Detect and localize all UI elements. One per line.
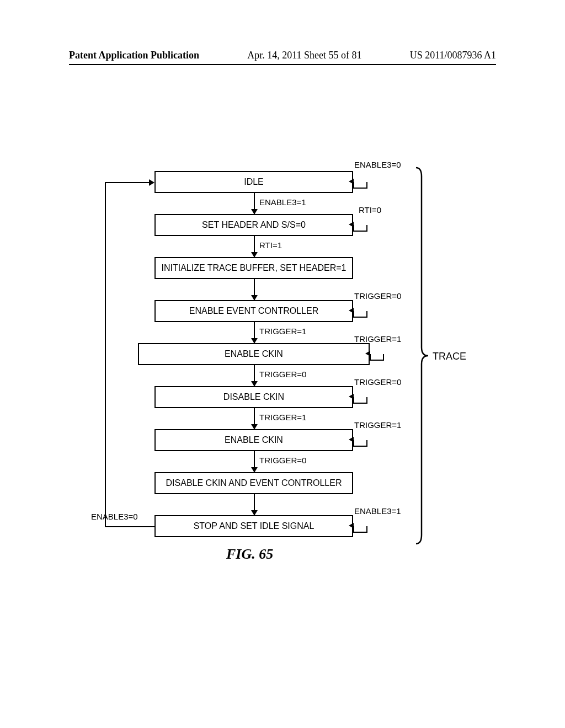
- box-enable-event-ctrl: ENABLE EVENT CONTROLLER: [154, 300, 353, 322]
- header-right: US 2011/0087936 A1: [410, 50, 496, 61]
- selfloop-label-enable-ckin-2: TRIGGER=1: [354, 420, 401, 430]
- arrow-label-6-7: TRIGGER=1: [259, 413, 306, 422]
- box-enable-ckin-2: ENABLE CKIN: [154, 429, 353, 451]
- page-header: Patent Application Publication Apr. 14, …: [69, 50, 496, 61]
- fb-arrowhead: [149, 179, 154, 186]
- header-mid: Apr. 14, 2011 Sheet 55 of 81: [247, 50, 361, 61]
- box-init-trace-buffer: INITIALIZE TRACE BUFFER, SET HEADER=1: [154, 257, 353, 279]
- fb-seg-1: [105, 526, 154, 527]
- box-set-header: SET HEADER AND S/S=0: [154, 214, 353, 236]
- selfloop-set-header: [353, 225, 367, 239]
- box-stop-idle: STOP AND SET IDLE SIGNAL: [154, 515, 353, 537]
- box-idle: IDLE: [154, 171, 353, 193]
- trace-brace-label: TRACE: [433, 351, 466, 362]
- arrow-label-7-8: TRIGGER=0: [259, 456, 306, 465]
- arrow-7-8: [254, 451, 255, 472]
- box-disable-ckin: DISABLE CKIN: [154, 386, 353, 408]
- arrow-8-9: [254, 494, 255, 515]
- selfloop-label-disable-ckin: TRIGGER=0: [354, 377, 401, 387]
- selfloop-idle: [353, 182, 367, 196]
- selfloop-label-enable-event-ctrl: TRIGGER=0: [354, 291, 401, 301]
- arrow-6-7: [254, 408, 255, 429]
- selfloop-label-idle: ENABLE3=0: [354, 160, 401, 169]
- header-left: Patent Application Publication: [69, 50, 199, 61]
- selfloop-enable-ckin-1: [370, 354, 384, 368]
- arrow-label-4-5: TRIGGER=1: [259, 326, 306, 336]
- arrow-4-5: [254, 322, 255, 343]
- selfloop-label-set-header: RTI=0: [359, 205, 381, 215]
- box-enable-ckin-1: ENABLE CKIN: [138, 343, 370, 365]
- selfloop-label-stop-idle: ENABLE3=1: [354, 506, 401, 516]
- selfloop-disable-ckin: [353, 397, 367, 411]
- fb-seg-3: [105, 182, 149, 183]
- arrow-2-3: [254, 236, 255, 257]
- arrow-label-2-3: RTI=1: [259, 240, 282, 250]
- trace-brace: [414, 165, 430, 546]
- arrow-1-2: [254, 193, 255, 214]
- arrow-label-5-6: TRIGGER=0: [259, 370, 306, 379]
- feedback-label: ENABLE3=0: [91, 512, 138, 521]
- box-disable-ckin-event: DISABLE CKIN AND EVENT CONTROLLER: [154, 472, 353, 494]
- figure-caption: FIG. 65: [226, 546, 273, 563]
- arrow-3-4: [254, 279, 255, 300]
- fb-seg-2: [105, 182, 106, 527]
- selfloop-enable-event-ctrl: [353, 311, 367, 325]
- arrow-5-6: [254, 365, 255, 386]
- header-rule: [69, 64, 496, 65]
- selfloop-stop-idle: [353, 526, 367, 540]
- arrow-label-1-2: ENABLE3=1: [259, 197, 306, 207]
- selfloop-enable-ckin-2: [353, 440, 367, 454]
- selfloop-label-enable-ckin-1: TRIGGER=1: [354, 334, 401, 344]
